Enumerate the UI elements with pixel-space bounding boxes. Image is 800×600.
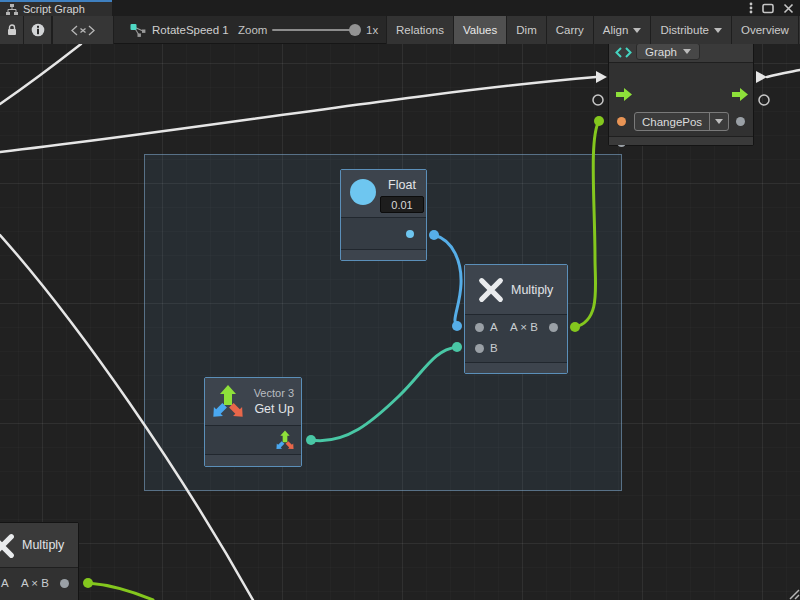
port-label-result: A × B [21, 577, 49, 589]
port-label-b: B [490, 342, 498, 354]
graph-reference[interactable]: RotateSpeed 1 [130, 16, 229, 44]
node-multiply[interactable]: Multiply A A × B B [464, 264, 568, 374]
unconnected-port-ring[interactable] [593, 95, 603, 105]
output-port-result[interactable] [60, 579, 69, 588]
wire-endpoint[interactable] [429, 230, 439, 240]
flow-input-arrow[interactable] [596, 71, 607, 83]
float-value-field[interactable]: 0.01 [380, 196, 424, 213]
graph-reference-icon [130, 24, 146, 37]
toolbar-button-dim[interactable]: Dim [506, 16, 545, 44]
node-float[interactable]: Float 0.01 [340, 169, 427, 261]
toolbar-button-relations[interactable]: Relations [386, 16, 453, 44]
vector3-icon [211, 384, 245, 420]
toolbar-button-overview[interactable]: Overview [731, 16, 798, 44]
info-button[interactable] [24, 16, 52, 44]
flow-in-port[interactable] [616, 88, 632, 101]
button-label: Dim [516, 24, 536, 36]
node-title: Get Up [254, 402, 294, 416]
node-header: Multiply [0, 523, 78, 568]
code-brackets-icon [71, 25, 95, 36]
close-icon[interactable] [783, 3, 794, 14]
node-body: A A × B B [465, 316, 567, 362]
chevron-down-icon [633, 28, 641, 33]
dropdown-caret-segment[interactable] [709, 113, 728, 130]
node-header: Graph [609, 44, 753, 63]
vector3-output-port[interactable] [275, 430, 295, 451]
float-icon [350, 179, 376, 205]
node-vector3-get-up[interactable]: Vector 3 Get Up [204, 377, 302, 467]
node-body: A A × B [0, 569, 78, 600]
graph-dropdown-label: Graph [645, 46, 677, 58]
toolbar-button-values[interactable]: Values [453, 16, 506, 44]
event-target-dropdown[interactable]: ChangePos [634, 112, 729, 131]
lock-icon [7, 24, 17, 36]
port-label-a: A [490, 321, 498, 333]
graph-canvas[interactable]: Graph ChangePos [0, 44, 800, 600]
port-label-result: A × B [510, 321, 538, 333]
value-wire-green[interactable] [575, 121, 599, 327]
wire-endpoint[interactable] [83, 578, 93, 588]
tab-script-graph[interactable]: Script Graph [0, 0, 112, 16]
wire-endpoint[interactable] [452, 321, 462, 331]
button-label: Relations [396, 24, 444, 36]
node-event-changepos[interactable]: Graph ChangePos [608, 44, 754, 146]
wire-endpoint[interactable] [452, 342, 462, 352]
value-wire-teal[interactable] [311, 347, 457, 441]
zoom-slider[interactable] [272, 29, 358, 31]
node-multiply-2[interactable]: Multiply A A × B [0, 522, 79, 600]
toolbar-button-distribute[interactable]: Distribute [650, 16, 731, 44]
flow-out-port[interactable] [732, 88, 748, 101]
node-title: Multiply [22, 538, 64, 552]
menu-dots-icon[interactable] [749, 2, 753, 14]
resize-grip-icon[interactable] [786, 586, 800, 600]
node-subtitle: Vector 3 [254, 387, 294, 399]
node-body [341, 219, 426, 250]
wire-endpoint[interactable] [570, 322, 580, 332]
zoom-slider-handle[interactable] [349, 24, 361, 36]
value-port-gray[interactable] [736, 117, 745, 126]
output-port-result[interactable] [549, 323, 558, 332]
multiply-icon [0, 532, 16, 560]
flow-wire[interactable] [0, 77, 596, 152]
value-port-orange[interactable] [617, 117, 626, 126]
button-label: Overview [741, 24, 789, 36]
value-wire-blue[interactable] [434, 235, 461, 326]
toolbar: RotateSpeed 1 Zoom 1x Relations Values D… [0, 16, 800, 44]
maximize-icon[interactable] [762, 3, 774, 14]
input-port-a[interactable] [475, 323, 484, 332]
node-header: Multiply [465, 265, 567, 315]
input-port-b[interactable] [475, 344, 484, 353]
flow-wire[interactable] [0, 44, 81, 104]
float-output-port[interactable] [406, 230, 414, 238]
code-preview-button[interactable] [52, 16, 114, 44]
node-footer [341, 249, 426, 260]
toolbar-button-align[interactable]: Align [593, 16, 651, 44]
lock-button[interactable] [0, 16, 24, 44]
node-header: Vector 3 Get Up [205, 378, 301, 426]
script-graph-window: Script Graph [0, 0, 800, 600]
node-footer [609, 136, 753, 145]
flow-output-arrow[interactable] [756, 71, 767, 83]
unconnected-port-ring[interactable] [759, 95, 769, 105]
node-footer [465, 362, 567, 373]
value-wire-green[interactable] [88, 583, 153, 600]
graph-dropdown[interactable]: Graph [636, 44, 700, 60]
wire-endpoint[interactable] [306, 435, 316, 445]
node-body [205, 427, 301, 455]
port-label-a: A [1, 577, 9, 589]
button-label: Distribute [660, 24, 709, 36]
zoom-label: Zoom [238, 16, 267, 44]
multiply-icon [477, 276, 505, 304]
graph-icon [615, 47, 632, 58]
chevron-down-icon [715, 119, 723, 124]
event-target-label: ChangePos [635, 113, 709, 130]
button-label: Align [603, 24, 629, 36]
wire-endpoint[interactable] [594, 116, 604, 126]
info-icon [31, 23, 45, 37]
node-title: Multiply [511, 283, 553, 297]
window-controls [749, 0, 798, 16]
toolbar-button-carry[interactable]: Carry [546, 16, 593, 44]
tab-title: Script Graph [23, 3, 85, 15]
flow-wire[interactable] [767, 70, 800, 77]
script-graph-icon [6, 4, 18, 15]
